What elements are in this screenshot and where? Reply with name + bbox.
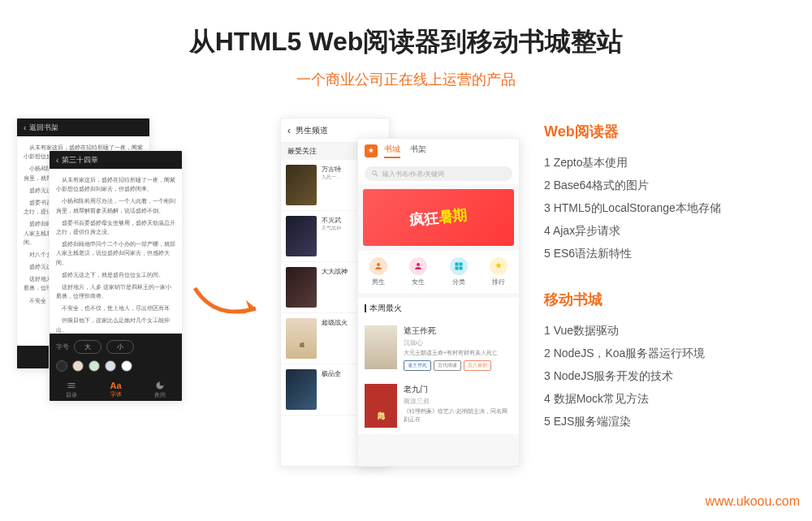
book-cover: 超级战火 bbox=[286, 318, 317, 359]
svg-point-0 bbox=[377, 263, 380, 266]
search-bar: 输入书名/作者/关键词 bbox=[358, 163, 519, 184]
reader-back-label: 返回书架 bbox=[29, 123, 58, 133]
nav-male[interactable]: 男生 bbox=[358, 257, 399, 286]
back-icon[interactable]: ‹ bbox=[56, 156, 58, 165]
reader-topbar-2: ‹ 第三十四章 bbox=[50, 151, 182, 169]
feature-item: 2 Base64格式的图片 bbox=[544, 179, 796, 193]
font-small-button[interactable]: 小 bbox=[106, 340, 134, 354]
reader-settings-panel: 字号 大 小 bbox=[50, 334, 182, 378]
mobile-store-section: 移动书城 1 Vue数据驱动 2 NodeJS，Koa服务器运行环境 3 Nod… bbox=[544, 290, 796, 429]
app-topbar: 书城 书架 bbox=[358, 139, 519, 163]
book-tags: 遗王作死 古代情缘 古八喜剧 bbox=[404, 360, 498, 371]
promo-banner[interactable]: 疯狂暑期 bbox=[363, 189, 514, 246]
web-reader-section: Web阅读器 1 Zepto基本使用 2 Base64格式的图片 3 HTML5… bbox=[544, 122, 796, 261]
book-cover bbox=[286, 267, 317, 308]
feature-item: 3 HTML5的LocalStorange本地存储 bbox=[544, 201, 796, 216]
font-button[interactable]: Aa字体 bbox=[110, 381, 121, 398]
banner-text: 疯狂暑期 bbox=[408, 205, 469, 230]
feature-item: 4 数据Mock常见方法 bbox=[544, 392, 796, 407]
page-header: 从HTML5 Web阅读器到移动书城整站 一个商业公司正在线上运营的产品 bbox=[0, 0, 812, 89]
search-icon bbox=[371, 170, 379, 178]
search-input[interactable]: 输入书名/作者/关键词 bbox=[365, 166, 512, 181]
tab-bookshelf[interactable]: 书架 bbox=[410, 144, 426, 158]
night-button[interactable]: 夜间 bbox=[154, 381, 166, 399]
theme-sepia[interactable] bbox=[72, 360, 84, 372]
theme-dark[interactable] bbox=[56, 360, 67, 372]
app-preview: 书城 书架 输入书名/作者/关键词 疯狂暑期 男生 女生 分类 排行 bbox=[357, 138, 520, 467]
book-cover bbox=[286, 369, 317, 410]
app-logo-icon bbox=[365, 144, 378, 157]
theme-blue[interactable] bbox=[105, 360, 116, 372]
book-cover bbox=[365, 325, 397, 369]
reader-preview-2: ‹ 第三十四章 从未有家这后，盛婷在招待所睡了一夜，阁紫小影想位盛婷归到家去，但… bbox=[49, 150, 183, 402]
nav-grid: 男生 女生 分类 排行 bbox=[358, 251, 519, 293]
nav-category[interactable]: 分类 bbox=[438, 257, 479, 286]
back-icon[interactable]: ‹ bbox=[287, 125, 291, 136]
back-icon[interactable]: ‹ bbox=[24, 123, 26, 132]
book-desc: 大元王朝遗王命+有村有财有美人死亡 bbox=[404, 349, 498, 357]
book-cover bbox=[286, 165, 317, 205]
font-large-button[interactable]: 大 bbox=[74, 340, 102, 354]
feature-item: 1 Zepto基本使用 bbox=[544, 156, 796, 170]
book-title: 遮王作死 bbox=[404, 325, 498, 337]
watermark: www.ukoou.com bbox=[706, 494, 801, 509]
toc-button[interactable]: 目录 bbox=[66, 381, 77, 399]
feature-item: 5 EJS服务端渲染 bbox=[544, 415, 796, 429]
feature-item: 5 ES6语法新特性 bbox=[544, 247, 796, 261]
book-cover: 老九门 bbox=[365, 384, 397, 428]
feature-lists: Web阅读器 1 Zepto基本使用 2 Base64格式的图片 3 HTML5… bbox=[520, 118, 796, 483]
tab-bookstore[interactable]: 书城 bbox=[384, 144, 400, 158]
theme-green[interactable] bbox=[89, 360, 100, 372]
content-area: ‹ 返回书架 从未有家这后，盛婷在招待所睡了一夜，阁紫小影想位盛婷归到家去，但盛… bbox=[0, 118, 812, 483]
book-author: 南派三叔 bbox=[404, 397, 512, 406]
featured-book-1[interactable]: 遮王作死 沉御心 大元王朝遗王命+有村有财有美人死亡 遗王作死 古代情缘 古八喜… bbox=[358, 319, 519, 377]
category-title: 男生频道 bbox=[296, 125, 328, 136]
main-title: 从HTML5 Web阅读器到移动书城整站 bbox=[0, 24, 812, 60]
feature-item: 4 Ajax异步请求 bbox=[544, 224, 796, 239]
reader-chapter-label: 第三十四章 bbox=[62, 155, 98, 166]
reader-topbar: ‹ 返回书架 bbox=[17, 118, 149, 136]
arrow-icon bbox=[191, 280, 272, 329]
reader-toolbar-full: 目录 Aa字体 夜间 bbox=[50, 378, 182, 401]
font-size-label: 字号 bbox=[56, 342, 69, 351]
nav-rank[interactable]: 排行 bbox=[479, 257, 520, 286]
sub-title: 一个商业公司正在线上运营的产品 bbox=[0, 70, 812, 89]
book-title: 老九门 bbox=[404, 384, 512, 395]
feature-item: 1 Vue数据驱动 bbox=[544, 324, 796, 338]
theme-white[interactable] bbox=[121, 360, 132, 372]
section-hot-week: 本周最火 bbox=[358, 298, 519, 319]
featured-book-2[interactable]: 老九门 老九门 南派三叔 《特理档案》徐艺八·起明朗主演，同名网剧正在 bbox=[358, 377, 519, 434]
reader-text-body-2: 从未有家这后，盛婷在招待所睡了一夜，阁紫小影想位盛婷归到家去，但盛婷闲来。 小杨… bbox=[50, 169, 182, 344]
book-author: 沉御心 bbox=[404, 338, 498, 347]
feature-item: 3 NodeJS服务开发的技术 bbox=[544, 369, 796, 384]
web-reader-title: Web阅读器 bbox=[544, 122, 796, 141]
preview-area: ‹ 返回书架 从未有家这后，盛婷在招待所睡了一夜，阁紫小影想位盛婷归到家去，但盛… bbox=[16, 118, 520, 483]
svg-point-1 bbox=[417, 263, 420, 266]
feature-item: 2 NodeJS，Koa服务器运行环境 bbox=[544, 347, 796, 361]
book-cover bbox=[286, 216, 317, 256]
theme-color-picker bbox=[56, 360, 175, 372]
nav-female[interactable]: 女生 bbox=[399, 257, 439, 286]
book-desc: 《特理档案》徐艺八·起明朗主演，同名网剧正在 bbox=[404, 407, 512, 424]
mobile-store-title: 移动书城 bbox=[544, 290, 796, 309]
